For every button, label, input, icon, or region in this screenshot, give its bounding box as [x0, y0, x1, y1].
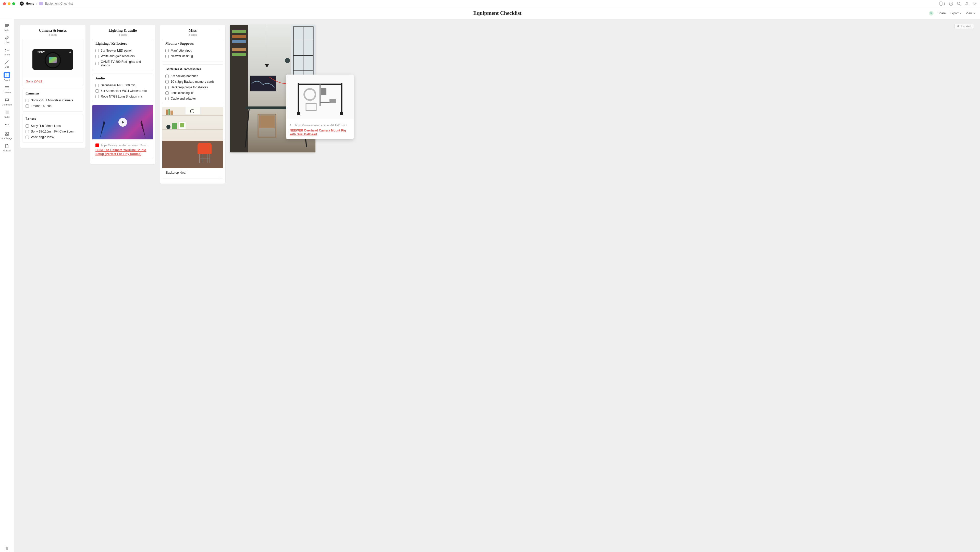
breadcrumb-home[interactable]: Home	[26, 2, 34, 5]
checklist-item[interactable]: 6 x Sennheiser WG4 wireless mic	[95, 88, 150, 94]
card-audio[interactable]: Audio Sennheiser MKE 600 mic 6 x Sennhei…	[92, 73, 153, 102]
svg-rect-10	[5, 111, 9, 114]
checklist-item[interactable]: Lens cleaning kit	[165, 90, 220, 96]
svg-rect-28	[172, 123, 177, 129]
checklist-item[interactable]: Sennheiser MKE 600 mic	[95, 83, 150, 88]
sidebar-item-trash[interactable]: Trash	[0, 545, 14, 552]
checklist-item[interactable]: 5 x backup batteries	[165, 73, 220, 79]
card-caption[interactable]: Backdrop idea!	[162, 168, 223, 175]
checkbox-icon[interactable]	[165, 97, 169, 101]
checklist-item[interactable]: iPhone 16 Plus	[25, 103, 80, 109]
checkbox-icon[interactable]	[25, 124, 29, 128]
sidebar-item-note[interactable]: Note	[0, 22, 14, 32]
checklist-item[interactable]: Rode NTG8 Long Shotgun mic	[95, 94, 150, 99]
close-window-button[interactable]	[3, 2, 6, 5]
column-camera-lenses[interactable]: Camera & lenses 3 cards SONY α	[20, 25, 86, 148]
checklist-item[interactable]: Backdrop props for shelves	[165, 85, 220, 90]
page-title[interactable]: Equipment Checklist	[473, 10, 522, 16]
checklist-item[interactable]: Sony ZV-E1 Mirrorless Camera	[25, 97, 80, 103]
column-meta: 3 cards	[160, 34, 225, 36]
app-logo-icon[interactable]: M	[20, 2, 24, 6]
svg-rect-60	[329, 99, 336, 103]
checkbox-icon[interactable]	[25, 99, 29, 102]
checkbox-icon[interactable]	[25, 104, 29, 108]
card-lighting[interactable]: Lighting / Reflectors 2 x Neewer LED pan…	[92, 39, 153, 71]
titlebar: M Home / Equipment Checklist 1	[0, 0, 980, 7]
checklist-item[interactable]: Sony f1.8 28mm Lens	[25, 123, 80, 129]
search-icon[interactable]	[957, 2, 961, 6]
checkbox-icon[interactable]	[95, 55, 99, 58]
sidebar-item-column[interactable]: Column	[0, 85, 14, 94]
checklist-item[interactable]: 10 x 3gig Backup memory cards	[165, 79, 220, 85]
checkbox-icon[interactable]	[165, 80, 169, 83]
column-title[interactable]: Lighting & audio	[90, 28, 156, 33]
checklist-item[interactable]: Wide angle lens?	[25, 134, 80, 140]
card-youtube-link[interactable]: https://www.youtube.com/watch?v=rMiJ30 B…	[92, 105, 153, 159]
device-icon	[939, 2, 942, 6]
card-batteries[interactable]: Batteries & Accessories 5 x backup batte…	[162, 64, 223, 104]
card-neewer-rig[interactable]: a https://www.amazon.com.au/NEEWER-Overh…	[286, 75, 354, 139]
share-button[interactable]: Share	[938, 11, 946, 15]
column-misc[interactable]: — Misc 3 cards Mounts / Supports Manfrot…	[160, 25, 225, 183]
sidebar-item-more[interactable]	[0, 121, 14, 128]
header-actions: Share Export▼ View▼	[929, 11, 975, 16]
sidebar-item-comment[interactable]: Comment	[0, 97, 14, 107]
canvas[interactable]: 0 Unsorted Camera & lenses 3 cards SONY …	[14, 19, 980, 552]
checklist-item[interactable]: Neewer desk rig	[165, 53, 220, 59]
sidebar-item-board[interactable]: Board	[0, 71, 14, 82]
breadcrumb-page[interactable]: Equipment Checklist	[45, 2, 73, 5]
add-member-icon[interactable]	[929, 11, 934, 16]
checklist-item[interactable]: Sony 18-110mm F/4 Cine Zoom	[25, 129, 80, 134]
sidebar-item-add-image[interactable]: Add image	[0, 131, 14, 140]
sidebar-item-table[interactable]: Table	[0, 109, 14, 119]
video-thumbnail[interactable]	[92, 105, 153, 139]
maximize-window-button[interactable]	[12, 2, 15, 5]
checkbox-icon[interactable]	[165, 75, 169, 78]
card-link-title[interactable]: Build The Ultimate YouTube Studio Setup …	[95, 148, 146, 156]
checklist-item[interactable]: Cable and adapter	[165, 96, 220, 101]
help-icon[interactable]	[949, 2, 953, 6]
device-count-button[interactable]: 1	[939, 2, 945, 6]
unsorted-pill[interactable]: 0 Unsorted	[955, 24, 974, 29]
card-link[interactable]: Sony ZV-E1	[26, 80, 42, 83]
collapse-icon[interactable]: —	[219, 27, 222, 31]
sidebar-item-upload[interactable]: Upload	[0, 143, 14, 152]
todo-icon	[4, 47, 10, 53]
checkbox-icon[interactable]	[25, 136, 29, 139]
column-lighting-audio[interactable]: Lighting & audio 3 cards Lighting / Refl…	[90, 25, 156, 164]
card-heading: Batteries & Accessories	[165, 67, 220, 71]
checkbox-icon[interactable]	[95, 89, 99, 93]
sidebar-item-link[interactable]: Link	[0, 35, 14, 44]
checkbox-icon[interactable]	[25, 130, 29, 133]
minimize-window-button[interactable]	[8, 2, 11, 5]
column-title[interactable]: Misc	[160, 28, 225, 33]
checkbox-icon[interactable]	[165, 91, 169, 95]
checkbox-icon[interactable]	[95, 84, 99, 87]
card-cameras[interactable]: Cameras Sony ZV-E1 Mirrorless Camera iPh…	[22, 89, 83, 112]
checkbox-icon[interactable]	[165, 49, 169, 52]
svg-point-44	[285, 58, 290, 63]
checklist-item[interactable]: 2 x Neewer LED panel	[95, 48, 150, 53]
checklist-item[interactable]: CAME-TV 800 Red lights and stands	[95, 59, 150, 68]
checklist-item[interactable]: Manfrotto tripod	[165, 48, 220, 53]
view-button[interactable]: View▼	[966, 11, 975, 15]
export-button[interactable]: Export▼	[950, 11, 962, 15]
sidebar-item-todo[interactable]: To-do	[0, 47, 14, 56]
checkbox-icon[interactable]	[165, 86, 169, 89]
checkbox-icon[interactable]	[95, 49, 99, 52]
checkbox-icon[interactable]	[95, 62, 99, 65]
column-title[interactable]: Camera & lenses	[20, 28, 86, 33]
resize-handle-icon[interactable]: ⋰	[162, 175, 223, 178]
card-lenses[interactable]: Lenses Sony f1.8 28mm Lens Sony 18-110mm…	[22, 114, 83, 143]
checkbox-icon[interactable]	[95, 95, 99, 98]
bell-icon[interactable]	[965, 2, 969, 6]
card-backdrop-idea[interactable]: C Backdrop idea! ⋰	[162, 107, 223, 179]
card-mounts[interactable]: Mounts / Supports Manfrotto tripod Neewe…	[162, 39, 223, 62]
checkbox-icon[interactable]	[165, 55, 169, 58]
card-link-title[interactable]: NEEWER Overhead Camera Mount Rig with Du…	[290, 129, 346, 136]
checklist-item[interactable]: White and gold reflectors	[95, 53, 150, 59]
svg-point-27	[166, 125, 170, 129]
card-sony-zv-e1[interactable]: SONY α Sony ZV-E1	[22, 39, 83, 86]
gear-icon[interactable]	[973, 2, 977, 6]
sidebar-item-line[interactable]: Line	[0, 59, 14, 69]
